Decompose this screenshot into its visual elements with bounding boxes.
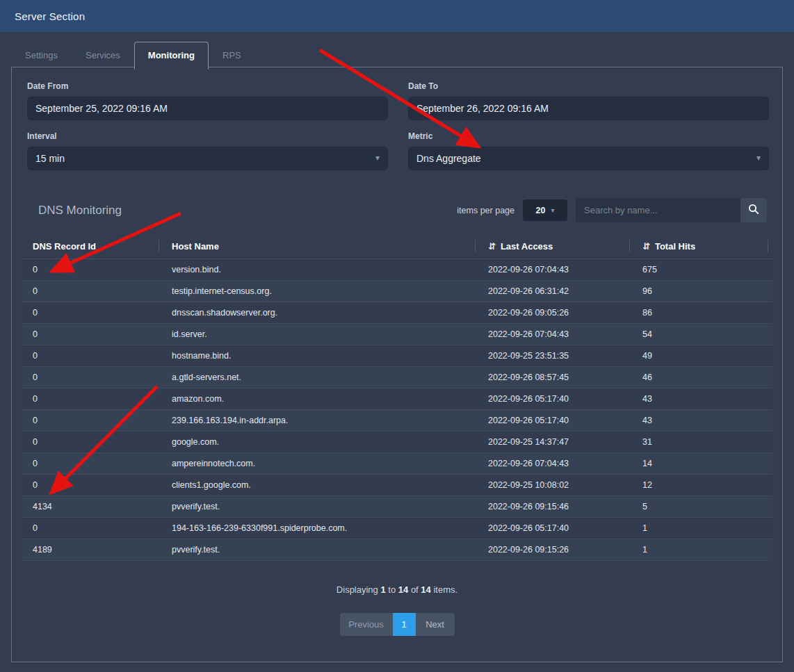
metric-field-group: Metric Dns Aggregate ▾: [408, 131, 769, 170]
column-divider: [629, 240, 630, 252]
page-title: Server Section: [0, 10, 85, 22]
cell-host-name: pvverify.test.: [172, 545, 488, 555]
cell-host-name: version.bind.: [172, 265, 488, 274]
cell-last-access: 2022-09-26 07:04:43: [488, 329, 642, 339]
paging-summary: Displaying 1 to 14 of 14 items.: [12, 584, 782, 595]
cell-host-name: 239.166.163.194.in-addr.arpa.: [172, 416, 488, 425]
cell-last-access: 2022-09-26 08:57:45: [488, 372, 642, 382]
cell-dns-record-id: 0: [33, 459, 172, 468]
tab-settings[interactable]: Settings: [11, 42, 72, 69]
cell-total-hits: 96: [642, 286, 781, 296]
table-row: 0id.server.2022-09-26 07:04:4354: [22, 324, 772, 345]
pagination: Previous 1 Next: [12, 613, 782, 636]
window-header: Server Section: [0, 0, 794, 32]
date-to-value: September 26, 2022 09:16 AM: [416, 103, 549, 114]
items-per-page-select[interactable]: 20 ▾: [523, 199, 567, 221]
cell-host-name: ampereinnotech.com.: [172, 459, 488, 468]
search-input[interactable]: [576, 198, 740, 222]
tab-services[interactable]: Services: [72, 42, 134, 69]
cell-last-access: 2022-09-25 23:51:35: [488, 351, 642, 361]
date-from-input[interactable]: September 25, 2022 09:16 AM: [27, 97, 388, 120]
table-row: 0dnsscan.shadowserver.org.2022-09-26 09:…: [22, 302, 772, 324]
summary-to: 14: [398, 584, 408, 595]
table-row: 0194-163-166-239-6330f991.spiderprobe.co…: [22, 518, 772, 539]
cell-host-name: google.com.: [172, 437, 488, 447]
cell-last-access: 2022-09-26 09:15:46: [488, 502, 642, 511]
cell-dns-record-id: 0: [33, 523, 172, 533]
cell-last-access: 2022-09-26 07:04:43: [488, 459, 642, 468]
metric-select[interactable]: Dns Aggregate ▾: [408, 147, 769, 170]
cell-total-hits: 54: [642, 329, 781, 339]
interval-select[interactable]: 15 min ▾: [27, 147, 388, 170]
cell-dns-record-id: 0: [33, 329, 172, 339]
date-to-input[interactable]: September 26, 2022 09:16 AM: [408, 97, 769, 120]
column-divider: [475, 240, 476, 252]
cell-last-access: 2022-09-26 06:31:42: [488, 286, 642, 296]
column-label: Host Name: [172, 241, 219, 252]
previous-page-button[interactable]: Previous: [340, 613, 393, 636]
cell-last-access: 2022-09-26 09:15:26: [488, 545, 642, 555]
cell-host-name: 194-163-166-239-6330f991.spiderprobe.com…: [172, 523, 488, 533]
chevron-down-icon: ▾: [756, 153, 761, 163]
summary-total: 14: [421, 584, 430, 595]
metric-label: Metric: [408, 131, 769, 141]
table-row: 0amazon.com.2022-09-26 05:17:4043: [22, 388, 772, 410]
cell-total-hits: 5: [642, 502, 781, 511]
summary-from: 1: [380, 584, 385, 595]
column-header-last-access[interactable]: ⇵ Last Access: [488, 233, 642, 259]
next-page-button[interactable]: Next: [416, 613, 455, 636]
chevron-down-icon: ▾: [375, 153, 380, 163]
cell-dns-record-id: 0: [33, 372, 172, 382]
column-divider: [768, 240, 768, 252]
section-title: DNS Monitoring: [38, 204, 122, 218]
pagination-group: Previous 1 Next: [340, 613, 455, 636]
cell-last-access: 2022-09-25 14:37:47: [488, 437, 642, 447]
cell-dns-record-id: 0: [33, 308, 172, 318]
cell-host-name: hostname.bind.: [172, 351, 488, 361]
items-per-page-value: 20: [536, 206, 546, 215]
date-from-value: September 25, 2022 09:16 AM: [35, 103, 168, 114]
summary-text: of: [411, 584, 419, 595]
cell-last-access: 2022-09-26 05:17:40: [488, 394, 642, 404]
sort-icon: ⇵: [642, 241, 650, 252]
table-row: 0hostname.bind.2022-09-25 23:51:3549: [22, 345, 772, 367]
tab-monitoring[interactable]: Monitoring: [134, 42, 209, 69]
cell-total-hits: 43: [642, 394, 781, 404]
date-to-field-group: Date To September 26, 2022 09:16 AM: [408, 81, 769, 120]
table-section-header: DNS Monitoring items per page 20 ▾: [12, 181, 782, 222]
cell-total-hits: 1: [642, 545, 781, 555]
table-body: 0version.bind.2022-09-26 07:04:436750tes…: [22, 259, 772, 561]
column-divider: [159, 240, 159, 252]
table-header-row: DNS Record Id Host Name ⇵ Last Access ⇵ …: [22, 233, 772, 259]
cell-host-name: pvverify.test.: [172, 502, 488, 511]
search-box: [576, 198, 767, 222]
tab-rps[interactable]: RPS: [209, 42, 255, 69]
page-1-button[interactable]: 1: [393, 613, 416, 636]
column-header-host-name[interactable]: Host Name: [172, 233, 488, 259]
interval-value: 15 min: [35, 153, 65, 164]
cell-host-name: a.gtld-servers.net.: [172, 372, 488, 382]
table-row: 0clients1.google.com.2022-09-25 10:08:02…: [22, 475, 772, 496]
chevron-down-icon: ▾: [551, 206, 554, 214]
cell-dns-record-id: 0: [33, 416, 172, 425]
cell-dns-record-id: 0: [33, 394, 172, 404]
column-label: Total Hits: [655, 241, 695, 252]
cell-total-hits: 14: [642, 459, 781, 468]
summary-text: to: [388, 584, 396, 595]
column-header-dns-record-id[interactable]: DNS Record Id: [33, 233, 172, 259]
summary-text: items.: [433, 584, 457, 595]
filters-form: Date From September 25, 2022 09:16 AM Da…: [12, 67, 782, 181]
interval-label: Interval: [27, 131, 388, 141]
cell-host-name: amazon.com.: [172, 394, 488, 404]
cell-host-name: testip.internet-census.org.: [172, 286, 488, 296]
cell-dns-record-id: 4189: [33, 545, 172, 555]
cell-total-hits: 12: [642, 480, 781, 490]
column-header-total-hits[interactable]: ⇵ Total Hits: [642, 233, 781, 259]
table-row: 4134pvverify.test.2022-09-26 09:15:465: [22, 496, 772, 518]
metric-value: Dns Aggregate: [416, 153, 481, 164]
table-row: 0ampereinnotech.com.2022-09-26 07:04:431…: [22, 453, 772, 475]
cell-dns-record-id: 4134: [33, 502, 172, 511]
search-button[interactable]: [740, 198, 767, 222]
cell-total-hits: 675: [642, 265, 781, 274]
monitoring-panel: Date From September 25, 2022 09:16 AM Da…: [11, 67, 783, 662]
